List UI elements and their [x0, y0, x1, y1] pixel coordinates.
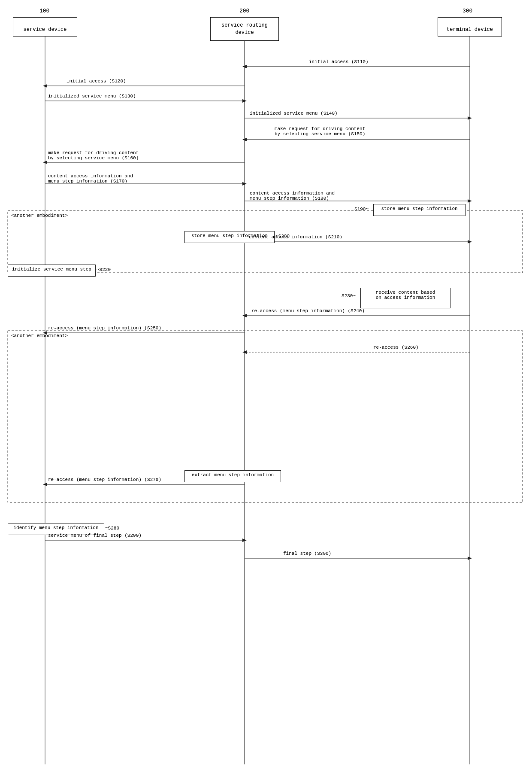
- svg-marker-30: [242, 539, 247, 542]
- label-s150: make request for driving contentby selec…: [275, 126, 365, 137]
- svg-marker-26: [242, 350, 247, 354]
- label-s280: ~S280: [105, 526, 119, 531]
- entity-number-3: 300: [462, 8, 472, 14]
- label-s190: S190~: [354, 207, 369, 212]
- entity-service-routing-device: service routingdevice: [210, 17, 279, 41]
- svg-marker-18: [468, 199, 472, 203]
- label-s260: re-access (S260): [373, 345, 419, 350]
- svg-marker-22: [242, 314, 247, 317]
- entity-number-1: 100: [39, 8, 49, 14]
- label-s180: content access information andmenu step …: [250, 191, 335, 201]
- step-box-s220: initialize service menu step: [8, 265, 96, 277]
- label-s140: initialized service menu (S140): [250, 111, 338, 116]
- svg-marker-12: [242, 138, 247, 141]
- svg-marker-20: [468, 240, 472, 243]
- label-s160: make request for driving contentby selec…: [48, 150, 139, 161]
- entity-terminal-device: terminal device: [438, 17, 502, 37]
- label-s220: ~S220: [97, 267, 111, 272]
- arrows-svg: [0, 0, 532, 782]
- label-s130: initialized service menu (S130): [48, 94, 136, 99]
- svg-marker-32: [468, 557, 472, 560]
- svg-marker-4: [242, 65, 247, 68]
- label-s300: final step (S300): [283, 551, 331, 556]
- step-box-s230: receive content basedon access informati…: [360, 288, 450, 308]
- label-s120: initial access (S120): [66, 79, 126, 84]
- svg-marker-10: [468, 116, 472, 120]
- step-box-s190: store menu step information: [373, 204, 466, 216]
- svg-marker-8: [242, 99, 247, 103]
- step-box-extract: extract menu step information: [184, 470, 281, 482]
- label-s250: re-access (menu step information) (S250): [48, 326, 161, 331]
- label-s110: initial access (S110): [309, 59, 369, 64]
- svg-marker-28: [43, 483, 47, 486]
- entity-number-2: 200: [239, 8, 249, 14]
- svg-marker-14: [43, 161, 47, 164]
- label-s290: service menu of final step (S290): [48, 533, 142, 538]
- label-s170: content access information andmenu step …: [48, 173, 133, 184]
- another-embodiment-1: <another embodiment>: [11, 213, 68, 218]
- another-embodiment-2: <another embodiment>: [11, 333, 68, 338]
- svg-marker-6: [43, 84, 47, 88]
- entity-service-device: service device: [13, 17, 77, 37]
- label-s240: re-access (menu step information) (S240): [251, 308, 365, 313]
- label-s270: re-access (menu step information) (S270): [48, 477, 161, 482]
- sequence-diagram: 100 200 300 service device service routi…: [0, 0, 532, 782]
- label-s210: content access information (S210): [249, 234, 342, 240]
- svg-marker-16: [242, 182, 247, 186]
- label-s230: S230~: [342, 293, 356, 298]
